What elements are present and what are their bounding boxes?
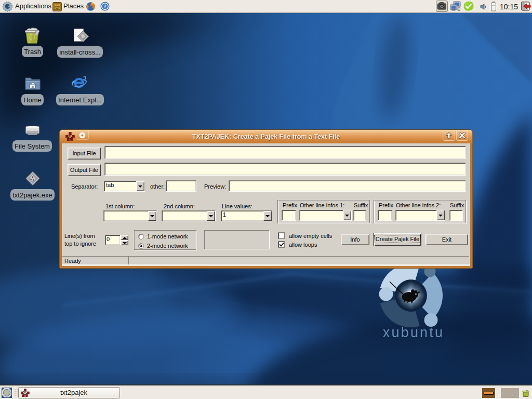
svg-text:?: ? (103, 4, 106, 9)
svg-text:xubuntu: xubuntu (383, 325, 444, 340)
